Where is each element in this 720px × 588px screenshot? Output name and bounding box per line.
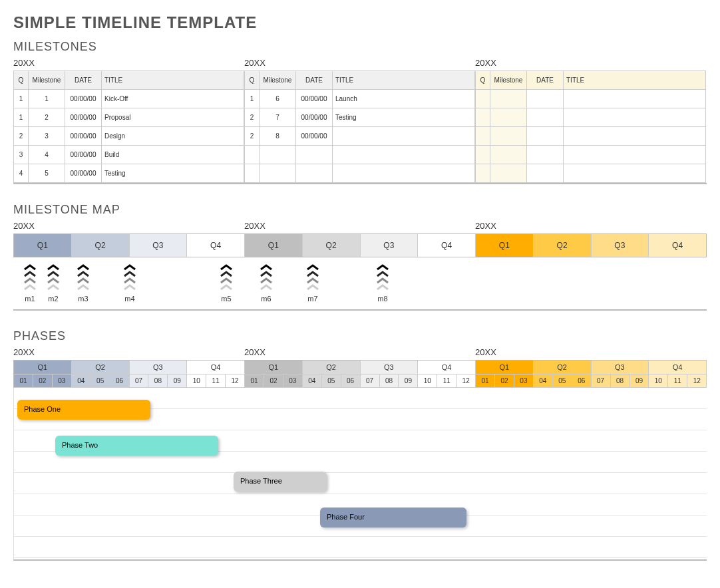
table-row: 4500/00/00Testing xyxy=(14,164,244,183)
map-year-0: 20XX xyxy=(13,221,244,231)
chevron-up-icon xyxy=(77,264,90,271)
cell-q: 2 xyxy=(245,127,260,146)
cell-m xyxy=(260,146,296,164)
chevron-up-icon xyxy=(260,264,273,271)
phase-month-cell: 07 xyxy=(592,374,611,388)
cell-t xyxy=(564,108,706,127)
map-quarter-cell: Q2 xyxy=(303,234,361,257)
phase-month-cell: 07 xyxy=(361,374,380,388)
cell-m: 4 xyxy=(29,146,65,164)
table-row xyxy=(476,127,706,146)
table-row xyxy=(476,90,706,108)
chevron-up-icon xyxy=(220,264,233,271)
map-quarter-cell: Q3 xyxy=(361,234,419,257)
chevron-up-icon xyxy=(47,277,60,284)
chevron-up-icon xyxy=(306,264,319,271)
phase-month-cell: 05 xyxy=(322,374,341,388)
map-quarter-cell: Q4 xyxy=(649,234,706,257)
chevron-up-icon xyxy=(306,271,319,277)
phase-month-cell: 09 xyxy=(630,374,649,388)
phase-quarter-cell: Q4 xyxy=(649,361,707,374)
phase-month-cell: 01 xyxy=(245,374,264,388)
milestone-arrow-icon: m3 xyxy=(77,264,90,303)
map-year-2: 20XX xyxy=(475,221,706,231)
phase-month-cell: 12 xyxy=(687,374,707,388)
milestone-arrow-label: m2 xyxy=(48,295,58,303)
cell-m: 5 xyxy=(29,164,65,183)
cell-d: 00/00/00 xyxy=(65,127,102,146)
phase-month-cell: 02 xyxy=(264,374,283,388)
chevron-up-icon xyxy=(220,277,233,284)
col-header-d: DATE xyxy=(296,71,333,90)
cell-m xyxy=(490,108,527,127)
chevron-up-icon xyxy=(123,277,136,284)
milestone-arrow-icon: m1 xyxy=(23,264,37,303)
col-header-t: TITLE xyxy=(564,71,706,90)
phase-month-cell: 03 xyxy=(53,374,72,388)
phase-year-2: 20XX xyxy=(475,347,706,357)
cell-t xyxy=(333,127,475,146)
chevron-up-icon xyxy=(376,264,389,271)
phase-month-cell: 06 xyxy=(110,374,130,388)
year-label-2: 20XX xyxy=(475,58,706,68)
milestone-arrow-label: m5 xyxy=(221,295,231,303)
chevron-up-icon xyxy=(220,284,233,291)
chevron-up-icon xyxy=(123,284,136,291)
cell-t: Testing xyxy=(102,164,244,183)
phase-quarter-cell: Q3 xyxy=(592,361,649,374)
cell-t xyxy=(564,90,706,108)
milestones-tables: QMilestoneDATETITLE1100/00/00Kick-Off120… xyxy=(13,71,707,184)
table-row xyxy=(245,164,475,183)
section-map: MILESTONE MAP xyxy=(13,203,707,217)
year-label-1: 20XX xyxy=(244,58,475,68)
cell-q: 3 xyxy=(14,146,29,164)
col-header-d: DATE xyxy=(527,71,564,90)
phase-month-cell: 11 xyxy=(437,374,456,388)
chevron-up-icon xyxy=(376,271,389,277)
phase-quarter-cell: Q3 xyxy=(130,361,188,374)
col-header-q: Q xyxy=(14,71,29,90)
milestone-arrow-label: m3 xyxy=(78,295,88,303)
cell-m xyxy=(490,164,527,183)
milestone-table-2: QMilestoneDATETITLE xyxy=(475,71,706,183)
table-row xyxy=(476,164,706,183)
cell-q xyxy=(245,164,260,183)
map-quarter-cell: Q3 xyxy=(130,234,188,257)
section-milestones: MILESTONES xyxy=(13,40,707,54)
phase-month-cell: 04 xyxy=(72,374,91,388)
table-row xyxy=(476,146,706,164)
phase-quarter-cell: Q1 xyxy=(14,361,72,374)
phase-quarter-cell: Q3 xyxy=(361,361,419,374)
phase-month-cell: 11 xyxy=(206,374,226,388)
cell-q: 4 xyxy=(14,164,29,183)
phase-quarter-cell: Q1 xyxy=(476,361,534,374)
map-quarter-cell: Q4 xyxy=(418,234,476,257)
col-header-q: Q xyxy=(245,71,260,90)
year-label-0: 20XX xyxy=(13,58,244,68)
phase-month-cell: 04 xyxy=(303,374,322,388)
table-row: 2800/00/00 xyxy=(245,127,475,146)
cell-m: 3 xyxy=(29,127,65,146)
cell-q: 1 xyxy=(245,90,260,108)
phase-month-cell: 10 xyxy=(649,374,668,388)
table-row xyxy=(245,146,475,164)
cell-t xyxy=(333,146,475,164)
cell-m: 7 xyxy=(260,108,296,127)
chevron-up-icon xyxy=(220,271,233,277)
phase-month-cell: 10 xyxy=(187,374,206,388)
chevron-up-icon xyxy=(47,264,60,271)
phase-month-header: 0102030405060708091011120102030405060708… xyxy=(13,374,707,388)
cell-m xyxy=(490,90,527,108)
cell-q: 1 xyxy=(14,108,29,127)
cell-m: 1 xyxy=(29,90,65,108)
phase-bar: Phase One xyxy=(17,400,150,420)
cell-t xyxy=(564,146,706,164)
milestone-arrow-label: m4 xyxy=(124,295,134,303)
map-quarter-cell: Q3 xyxy=(592,234,649,257)
cell-q: 2 xyxy=(245,108,260,127)
chevron-up-icon xyxy=(123,271,136,277)
page-title: SIMPLE TIMELINE TEMPLATE xyxy=(13,13,707,32)
milestone-arrow-icon: m5 xyxy=(220,264,233,303)
chevron-up-icon xyxy=(47,271,60,277)
cell-t: Build xyxy=(102,146,244,164)
